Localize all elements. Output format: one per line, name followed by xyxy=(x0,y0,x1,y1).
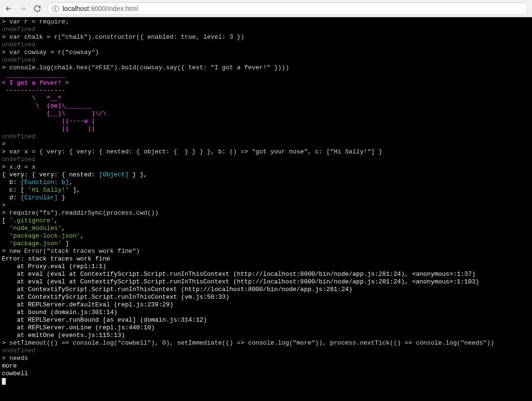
terminal-line: cowbell xyxy=(2,370,530,378)
terminal-line: > var cowsay = r("cowsay") xyxy=(2,49,530,56)
terminal-line: > var chalk = r("chalk").constructor({ e… xyxy=(2,33,530,41)
terminal-line: > require("fs").readdirSync(process.cwd(… xyxy=(2,209,530,217)
terminal-line: at bound (domain.js:301:14) xyxy=(2,309,530,316)
url-text: localhost:8000/index.html xyxy=(63,5,138,12)
browser-toolbar: i localhost:8000/index.html xyxy=(0,0,532,17)
terminal-line: at eval (eval at ContextifyScript.Script… xyxy=(2,278,530,286)
terminal-line: ||----w | xyxy=(2,118,530,125)
terminal-line: [ '.gitignore', xyxy=(2,217,530,225)
terminal-line: > console.log(chalk.hex("#F1E").bold(cow… xyxy=(2,64,530,72)
terminal-line: > xyxy=(2,202,530,209)
terminal-line: b: [Function: b], xyxy=(2,179,530,186)
terminal-line: Error: stack traces work fine xyxy=(2,255,530,263)
terminal-line: || || xyxy=(2,125,530,133)
terminal-line: { very: { very: { nested: [Object] } }, xyxy=(2,171,530,179)
terminal-line: > x.d = x xyxy=(2,163,530,171)
repl-terminal[interactable]: > var r = require;undefined> var chalk =… xyxy=(0,17,532,401)
terminal-line: undefined xyxy=(2,347,530,355)
terminal-line: undefined xyxy=(2,56,530,64)
terminal-line: > new Error("stack traces work fine") xyxy=(2,248,530,255)
terminal-line: > needs xyxy=(2,355,530,362)
terminal-line: (__)\ )\/\ xyxy=(2,110,530,118)
terminal-line: c: [ 'Hi Sally!' ], xyxy=(2,186,530,194)
terminal-line: at REPLServer.runBound [as eval] (domain… xyxy=(2,316,530,324)
terminal-line: > xyxy=(2,141,530,148)
terminal-line: ________________ xyxy=(2,72,530,79)
terminal-line: < I got a fever! > xyxy=(2,79,530,87)
terminal-line: at REPLServer.defaultEval (repl.js:239:2… xyxy=(2,301,530,309)
terminal-line: > setTimeout(() => console.log("cowbell"… xyxy=(2,339,530,347)
terminal-line: 'node_modules', xyxy=(2,225,530,232)
back-button[interactable] xyxy=(4,4,13,13)
reload-button[interactable] xyxy=(33,4,42,13)
terminal-line: undefined xyxy=(2,156,530,163)
terminal-line: undefined xyxy=(2,133,530,141)
terminal-line: 'package.json' ] xyxy=(2,240,530,248)
terminal-line: at emitOne (events.js:115:13) xyxy=(2,332,530,339)
terminal-line: more xyxy=(2,362,530,370)
terminal-line: at eval (eval at ContextifyScript.Script… xyxy=(2,271,530,278)
terminal-line: > var x = { very: { very: { nested: { ob… xyxy=(2,148,530,156)
terminal-line: at ContextifyScript.Script.runInThisCont… xyxy=(2,293,530,301)
terminal-line: \ (oo)\_______ xyxy=(2,102,530,110)
terminal-line: 'package-lock.json', xyxy=(2,232,530,240)
terminal-line: undefined xyxy=(2,41,530,49)
terminal-line: \ ^__^ xyxy=(2,95,530,102)
cursor xyxy=(2,378,6,385)
address-bar[interactable]: i localhost:8000/index.html xyxy=(47,2,528,15)
cursor-line xyxy=(2,378,530,385)
forward-button[interactable] xyxy=(18,4,28,13)
terminal-line: at Proxy.eval (repl:1:1) xyxy=(2,263,530,271)
terminal-line: at REPLServer.onLine (repl.js:440:10) xyxy=(2,324,530,332)
terminal-line: > var r = require; xyxy=(2,18,530,26)
terminal-line: undefined xyxy=(2,26,530,33)
terminal-line: d: [Circular] } xyxy=(2,194,530,202)
site-info-icon[interactable]: i xyxy=(52,5,59,12)
terminal-line: at ContextifyScript.Script.runInThisCont… xyxy=(2,286,530,293)
terminal-line: ---------------- xyxy=(2,87,530,95)
